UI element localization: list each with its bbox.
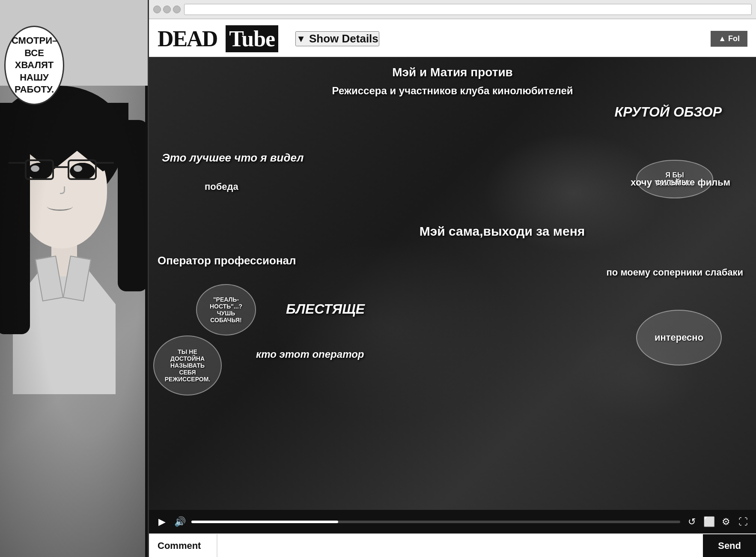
- video-bubble3-text: интересно: [655, 332, 703, 343]
- video-title-line2: Режиссера и участников клуба кинолюбител…: [332, 85, 573, 97]
- video-title-line1: Мэй и Матия против: [392, 66, 513, 79]
- video-cool-review: КРУТОЙ ОБЗОР: [614, 104, 722, 120]
- video-bubble4-text: ТЫ НЕ ДОСТОЙНА НАЗЫВАТЬ СЕБЯ РЕЖИССЕРОМ.: [165, 348, 211, 383]
- video-bubble1-text: Я БЫ ФИЛЬМЫ...: [655, 171, 694, 187]
- video-comments-overlay: Мэй и Матия против Режиссера и участнико…: [149, 57, 756, 510]
- video-controls-bar: ▶ 🔊 ↺ ⬜ ⚙ ⛶: [149, 510, 756, 533]
- show-details-arrow-icon: ▼: [296, 33, 306, 45]
- glasses-arm-left: [9, 162, 25, 164]
- logo-dead: DEAD: [158, 26, 217, 51]
- video-bubble4: ТЫ НЕ ДОСТОЙНА НАЗЫВАТЬ СЕБЯ РЕЖИССЕРОМ.: [153, 335, 222, 395]
- speech-bubble: СМОТРИ– ВСЕ ХВАЛЯТ НАШУ РАБОТУ.: [4, 26, 64, 105]
- glasses-bridge: [54, 166, 68, 168]
- show-details-label: Show Details: [309, 32, 378, 45]
- video-bubble2: "РЕАЛЬ- НОСТЬ"...? ЧУШЬ СОБАЧЬЯ!: [196, 284, 256, 335]
- mouth: [47, 202, 73, 211]
- controls-right: ↺ ⬜ ⚙ ⛶: [685, 516, 750, 527]
- comment-input[interactable]: [217, 534, 703, 557]
- glasses-frame-right: [68, 159, 97, 180]
- video-comment6: Оператор профессионал: [158, 254, 296, 267]
- video-comment9: БЛЕСТЯЩЕ: [286, 301, 365, 317]
- hair-side-left: [0, 120, 30, 334]
- video-bubble3: интересно: [636, 310, 722, 365]
- progress-bar[interactable]: [191, 521, 680, 523]
- browser-forward-btn[interactable]: [163, 6, 171, 13]
- browser-nav-controls: [153, 6, 181, 13]
- progress-fill: [191, 521, 338, 523]
- panel-border: [145, 86, 148, 557]
- fullscreen-icon[interactable]: ⛶: [737, 516, 750, 527]
- video-comment7: по моему соперники слабаки: [607, 267, 743, 278]
- comment-bar: Comment Send: [149, 533, 756, 557]
- character-artwork: [0, 86, 148, 557]
- address-bar[interactable]: [184, 4, 752, 15]
- play-button[interactable]: ▶: [155, 516, 168, 527]
- browser-chrome: [149, 0, 756, 19]
- browser-panel: DEADTube ▼ Show Details ▲ Fol Мэй и Мати…: [148, 0, 756, 557]
- video-player[interactable]: Мэй и Матия против Режиссера и участнико…: [149, 57, 756, 510]
- send-button[interactable]: Send: [703, 534, 756, 557]
- browser-back-btn[interactable]: [153, 6, 161, 13]
- speech-bubble-text: СМОТРИ– ВСЕ ХВАЛЯТ НАШУ РАБОТУ.: [12, 35, 57, 95]
- video-comment2: победа: [205, 181, 238, 192]
- video-comment12: кто этот оператор: [256, 348, 364, 360]
- follow-button[interactable]: ▲ Fol: [711, 31, 747, 47]
- volume-button[interactable]: 🔊: [173, 516, 186, 527]
- browser-refresh-btn[interactable]: [173, 6, 181, 13]
- logo-tube: Tube: [226, 25, 278, 52]
- comment-label: Comment: [149, 534, 217, 557]
- video-bubble2-text: "РЕАЛЬ- НОСТЬ"...? ЧУШЬ СОБАЧЬЯ!: [210, 296, 242, 323]
- screen-icon[interactable]: ⬜: [702, 516, 715, 527]
- hair-side-right: [118, 120, 148, 291]
- video-comment1: Это лучшее что я видел: [162, 151, 304, 165]
- show-details-button[interactable]: ▼ Show Details: [295, 31, 379, 46]
- settings-icon[interactable]: ⚙: [720, 516, 732, 527]
- glasses-frame-left: [25, 159, 54, 180]
- video-comment5: Мэй сама,выходи за меня: [420, 224, 585, 239]
- deadtube-header: DEADTube ▼ Show Details ▲ Fol: [149, 19, 756, 57]
- manga-panel-left: СМОТРИ– ВСЕ ХВАЛЯТ НАШУ РАБОТУ.: [0, 0, 148, 557]
- refresh-icon[interactable]: ↺: [685, 516, 698, 527]
- video-bubble1: Я БЫ ФИЛЬМЫ...: [636, 160, 713, 198]
- glasses-arm-right: [97, 162, 114, 164]
